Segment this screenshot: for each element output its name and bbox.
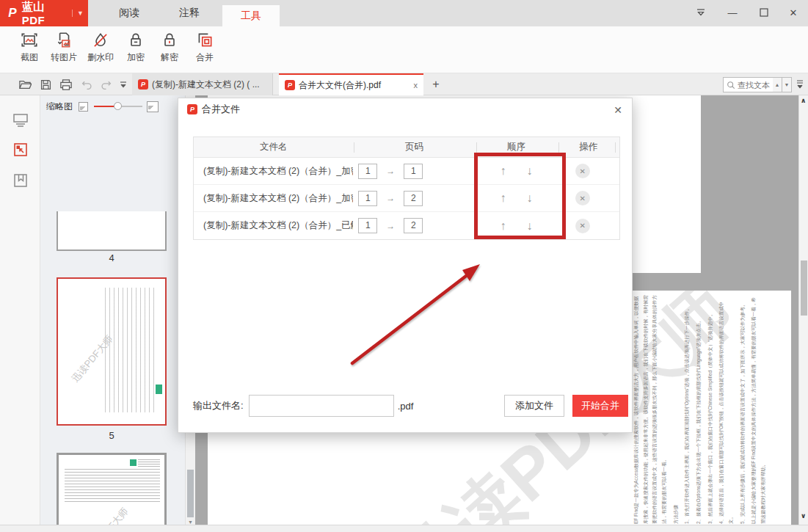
doc-line: 5、完成以上所有步骤后，我们就成功将软件的界面语言设置成中文了，如下图所示，大家…: [738, 295, 748, 524]
start-merge-button[interactable]: 开始合并: [572, 395, 628, 417]
doc-line: 4、选择好语言后，我们在窗口底部可以找到“OK”按钮，点击该按钮就可以成功将软件…: [717, 295, 735, 524]
find-prev-button[interactable]: ▲: [773, 77, 782, 92]
collapse-ribbon-icon[interactable]: [691, 4, 710, 21]
output-filename-input[interactable]: [249, 395, 394, 417]
tool-remove-watermark[interactable]: 删水印: [81, 31, 120, 70]
thumbnail-panel-header: 缩略图: [40, 95, 185, 117]
page-to-input[interactable]: 2: [404, 218, 423, 233]
remove-file-button[interactable]: ✕: [575, 191, 590, 205]
page-text-lines: [105, 288, 158, 412]
maximize-button[interactable]: [754, 4, 774, 21]
tab-close-icon[interactable]: x: [414, 81, 418, 90]
save-icon[interactable]: [38, 77, 53, 92]
page-to-input[interactable]: 1: [404, 164, 423, 179]
page-from-input[interactable]: 1: [358, 191, 377, 206]
tab-tools[interactable]: 工具: [222, 5, 280, 26]
app-logo-icon: P: [4, 5, 21, 21]
undo-icon[interactable]: [79, 77, 94, 92]
main-scrollbar[interactable]: ∧ ∨: [798, 95, 808, 525]
green-tag-icon: [156, 385, 162, 394]
thumbnail-panel: 缩略图 4 迅读PDF大师 5 迅读PDF大师 水印 6: [40, 95, 185, 525]
tool-decrypt[interactable]: 解密: [150, 31, 189, 70]
dialog-title-bar: P 合并文件: [178, 98, 632, 120]
page-from-input[interactable]: 1: [358, 164, 377, 179]
lock-icon: [126, 31, 145, 50]
dialog-close-icon[interactable]: ✕: [611, 103, 625, 117]
thumbnail-size-slider[interactable]: [94, 102, 142, 111]
annotation-highlight-rectangle: [474, 153, 566, 239]
merge-files-dialog: P 合并文件 ✕ 文件名 页码 顺序 操作 (复制)-新建文本文档 (2)（合并…: [178, 98, 633, 433]
scroll-down-icon[interactable]: ∨: [801, 512, 806, 520]
quick-access-more-icon[interactable]: [116, 77, 131, 92]
find-next-button[interactable]: ▼: [782, 77, 792, 92]
remove-file-button[interactable]: ✕: [575, 164, 590, 178]
tool-label: 合并: [196, 51, 214, 64]
open-file-icon[interactable]: [18, 77, 32, 92]
redo-icon[interactable]: [98, 77, 113, 92]
green-logo-icon: [130, 459, 137, 466]
file-name: (复制)-新建文本文档 (2)（合并）_加密: [194, 165, 353, 178]
header-order: 顺序: [476, 141, 558, 153]
remove-file-button[interactable]: ✕: [575, 219, 590, 233]
ribbon-toolbar: 截图 转图片 删水印 加密 解密: [0, 26, 808, 73]
tab-read[interactable]: 阅读: [103, 0, 156, 26]
minimize-button[interactable]: —: [723, 4, 742, 21]
thumbnail-page-6[interactable]: 迅读PDF大师 水印: [57, 453, 167, 532]
range-arrow-icon: →: [386, 221, 395, 231]
range-arrow-icon: →: [386, 193, 395, 203]
annotation-arrow: [340, 254, 494, 379]
scrollbar-thumb[interactable]: [801, 260, 807, 316]
scroll-down-icon[interactable]: ▼: [188, 520, 193, 525]
dialog-title: 合并文件: [202, 103, 240, 116]
scroll-up-icon[interactable]: ∧: [801, 97, 806, 104]
page-text-lines: [65, 467, 160, 502]
add-file-button[interactable]: 添加文件: [504, 395, 564, 417]
reading-view-icon[interactable]: [12, 112, 29, 129]
slider-knob[interactable]: [114, 102, 122, 110]
tool-label: 截图: [21, 51, 38, 64]
thumbnail-page-4[interactable]: [57, 211, 167, 251]
tool-encrypt[interactable]: 加密: [117, 31, 155, 70]
app-window: P 蓝山PDF ▼ 阅读 注释 工具 — ✕ 截图 转图片: [0, 0, 808, 532]
navigation-strip: [0, 95, 40, 525]
print-icon[interactable]: [59, 77, 73, 92]
find-options-icon[interactable]: [796, 79, 806, 91]
range-arrow-icon: →: [386, 166, 395, 176]
chevron-down-icon[interactable]: ▼: [72, 10, 84, 17]
doc-tab-inactive[interactable]: P (复制)-新建文本文档 (2) ( ...: [132, 73, 273, 95]
thumbnail-page-5-selected[interactable]: 迅读PDF大师: [57, 277, 167, 426]
screenshot-icon: [20, 31, 39, 50]
tool-to-image[interactable]: 转图片: [45, 31, 83, 70]
page-to-input[interactable]: 2: [404, 191, 423, 206]
doc-tab-title: 合并大文件(合并).pdf: [299, 79, 410, 92]
file-name: (复制)-新建文本文档 (2)（合并）_加密: [194, 192, 353, 205]
page-header-lines: [138, 459, 160, 467]
doc-line: 2、接着在Options选项下方会出现一个下拉框，我们在下拉框的底部找到“Lan…: [694, 295, 704, 524]
remove-watermark-icon: [91, 31, 110, 50]
tool-screenshot[interactable]: 截图: [10, 31, 48, 70]
close-button[interactable]: ✕: [784, 4, 803, 21]
pdf-file-icon: P: [285, 80, 295, 90]
bookmarks-panel-icon[interactable]: [12, 172, 29, 189]
file-name: (复制)-新建文本文档 (2)（合并）_已解密: [194, 219, 353, 232]
thumbnails-panel-icon[interactable]: [12, 141, 29, 158]
zoom-out-thumbnail-icon[interactable]: [79, 102, 88, 112]
convert-image-icon: [54, 31, 73, 50]
doc-line: 方法步骤: [671, 295, 681, 524]
title-bar: P 蓝山PDF ▼ 阅读 注释 工具 — ✕: [0, 0, 808, 26]
tab-annotate[interactable]: 注释: [163, 0, 216, 26]
output-filename-label: 输出文件名:: [193, 399, 244, 412]
new-tab-button[interactable]: +: [429, 77, 443, 92]
doc-line: 以上就是小编给大家整理的EF Find设置中文的具体操作方法，方法简单易懂，有需…: [749, 295, 768, 524]
zoom-in-thumbnail-icon[interactable]: [147, 101, 159, 112]
app-menu-button[interactable]: P 蓝山PDF ▼: [0, 0, 88, 26]
scrollbar-thumb[interactable]: [187, 470, 194, 517]
status-bar: [0, 525, 808, 532]
doc-tab-title: (复制)-新建文本文档 (2) ( ...: [152, 79, 266, 91]
header-filename: 文件名: [194, 141, 353, 153]
search-icon: [727, 81, 735, 90]
tool-merge[interactable]: 合并: [186, 31, 224, 70]
output-extension: .pdf: [398, 401, 414, 412]
doc-tab-active[interactable]: P 合并大文件(合并).pdf x: [279, 73, 423, 95]
page-from-input[interactable]: 1: [358, 218, 377, 233]
